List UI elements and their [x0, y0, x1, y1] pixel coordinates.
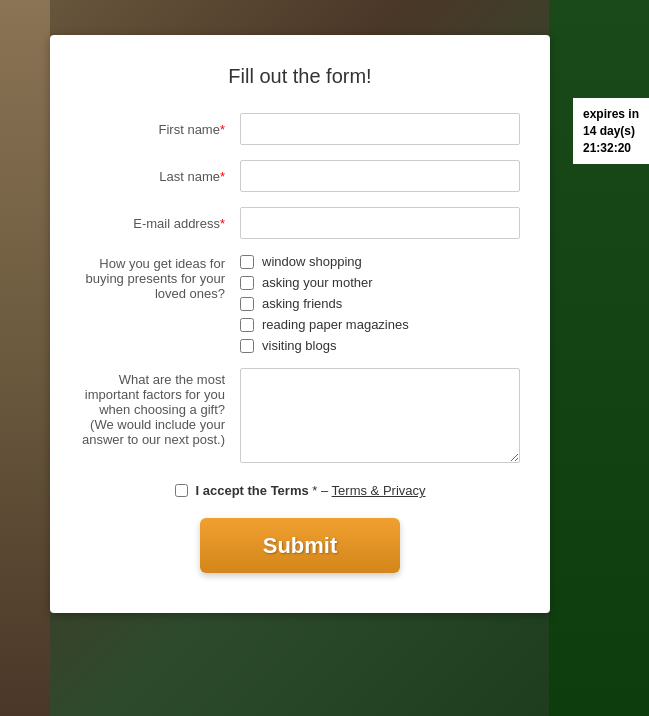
checkbox-label-visiting-blogs: visiting blogs: [262, 338, 336, 353]
terms-link[interactable]: Terms & Privacy: [332, 483, 426, 498]
checkbox-group-row: How you get ideas for buying presents fo…: [80, 254, 520, 353]
terms-row: I accept the Terms * – Terms & Privacy: [80, 483, 520, 498]
form-title: Fill out the form!: [80, 65, 520, 88]
checkbox-asking-friends[interactable]: [240, 297, 254, 311]
last-name-row: Last name*: [80, 160, 520, 192]
submit-button[interactable]: Submit: [200, 518, 400, 573]
form-container: Fill out the form! First name* Last name…: [50, 35, 550, 613]
checkbox-label-window-shopping: window shopping: [262, 254, 362, 269]
checkbox-list: window shopping asking your mother askin…: [240, 254, 520, 353]
first-name-input[interactable]: [240, 113, 520, 145]
bg-left-panel: [0, 0, 50, 716]
textarea-row: What are the most important factors for …: [80, 368, 520, 463]
checkbox-item-1: window shopping: [240, 254, 520, 269]
checkbox-label-asking-mother: asking your mother: [262, 275, 373, 290]
terms-label: I accept the Terms * – Terms & Privacy: [196, 483, 426, 498]
email-row: E-mail address*: [80, 207, 520, 239]
first-name-label: First name*: [80, 122, 240, 137]
checkbox-item-5: visiting blogs: [240, 338, 520, 353]
email-label: E-mail address*: [80, 216, 240, 231]
checkbox-label-reading-magazines: reading paper magazines: [262, 317, 409, 332]
checkbox-label-asking-friends: asking friends: [262, 296, 342, 311]
important-factors-textarea[interactable]: [240, 368, 520, 463]
textarea-label: What are the most important factors for …: [80, 368, 240, 463]
checkbox-asking-mother[interactable]: [240, 276, 254, 290]
email-input[interactable]: [240, 207, 520, 239]
last-name-label: Last name*: [80, 169, 240, 184]
checkbox-reading-magazines[interactable]: [240, 318, 254, 332]
checkbox-item-4: reading paper magazines: [240, 317, 520, 332]
checkbox-item-3: asking friends: [240, 296, 520, 311]
last-name-input[interactable]: [240, 160, 520, 192]
first-name-row: First name*: [80, 113, 520, 145]
checkbox-window-shopping[interactable]: [240, 255, 254, 269]
ideas-label: How you get ideas for buying presents fo…: [80, 254, 240, 353]
terms-checkbox[interactable]: [175, 484, 188, 497]
checkbox-visiting-blogs[interactable]: [240, 339, 254, 353]
expires-badge: expires in14 day(s)21:32:20: [573, 98, 649, 164]
checkbox-item-2: asking your mother: [240, 275, 520, 290]
